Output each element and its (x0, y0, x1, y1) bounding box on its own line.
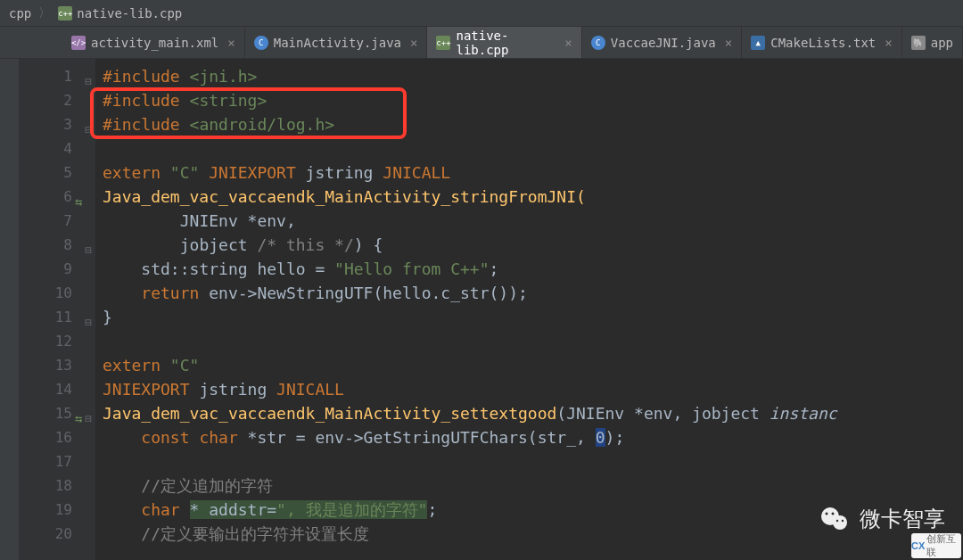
tab-app[interactable]: 🐘 app (902, 27, 963, 58)
breadcrumb-parent[interactable]: cpp (4, 6, 37, 21)
tab-activity-main[interactable]: </> activity_main.xml × (62, 27, 245, 58)
tab-cmakelists[interactable]: ▲ CMakeLists.txt × (742, 27, 901, 58)
breadcrumb-file-label: native-lib.cpp (77, 6, 182, 21)
code-line[interactable]: //定义追加的字符 (103, 474, 963, 498)
tab-label: app (931, 36, 953, 50)
line-number: 12 (20, 329, 95, 353)
line-number: 1⊟ (20, 64, 95, 88)
tab-native-lib[interactable]: c++ native-lib.cpp × (427, 27, 581, 58)
code-line[interactable]: Java_dem_vac_vaccaendk_MainActivity_stri… (103, 185, 963, 209)
line-number: 9 (20, 257, 95, 281)
line-number: 16 (20, 425, 95, 449)
code-line[interactable]: #include <string> (103, 88, 963, 112)
line-number: 14 (20, 377, 95, 401)
code-line[interactable]: const char *str = env->GetStringUTFChars… (103, 425, 963, 449)
watermark-text: 微卡智享 (860, 505, 945, 533)
tab-label: VaccaeJNI.java (611, 36, 716, 50)
breadcrumb: cpp 〉 c++ native-lib.cpp (0, 0, 963, 27)
line-number: 8⊟ (20, 233, 95, 257)
line-number: 15⇆⊟ (20, 401, 95, 425)
java-file-icon: C (254, 36, 268, 50)
line-gutter: 1⊟ 2 3⊟ 4 5 6⇆ 7 8⊟ 9 10 11⊟ 12 13 14 15… (20, 59, 95, 560)
code-line[interactable]: JNIEnv *env, (103, 209, 963, 233)
java-file-icon: C (591, 36, 605, 50)
svg-point-2 (826, 513, 828, 515)
code-line[interactable]: return env->NewStringUTF(hello.c_str()); (103, 281, 963, 305)
line-number: 5 (20, 161, 95, 185)
line-number: 19 (20, 498, 95, 522)
svg-point-4 (836, 520, 838, 522)
cpp-file-icon: c++ (436, 36, 450, 50)
close-icon[interactable]: × (885, 36, 892, 50)
code-line[interactable]: extern "C" JNIEXPORT jstring JNICALL (103, 161, 963, 185)
watermark: 微卡智享 (819, 503, 945, 535)
tab-label: CMakeLists.txt (770, 36, 876, 50)
code-line[interactable]: JNIEXPORT jstring JNICALL (103, 377, 963, 401)
tab-vaccae-jni[interactable]: C VaccaeJNI.java × (582, 27, 742, 58)
line-number: 13 (20, 353, 95, 377)
breadcrumb-file[interactable]: c++ native-lib.cpp (53, 6, 187, 21)
editor-sidebar (0, 59, 20, 560)
line-number: 20 (20, 522, 95, 546)
line-number: 4 (20, 136, 95, 161)
tab-label: MainActivity.java (274, 36, 401, 50)
code-line[interactable]: extern "C" (103, 353, 963, 377)
line-number: 18 (20, 474, 95, 498)
line-number: 2 (20, 88, 95, 112)
wechat-icon (819, 503, 851, 535)
code-line[interactable] (103, 136, 963, 161)
tab-label: native-lib.cpp (456, 29, 556, 57)
code-line[interactable]: #include <jni.h> (103, 64, 963, 88)
line-number: 10 (20, 281, 95, 305)
code-line[interactable]: } (103, 305, 963, 329)
code-area[interactable]: #include <jni.h> #include <string> #incl… (95, 59, 963, 560)
line-number: 11⊟ (20, 305, 95, 329)
line-number: 7 (20, 209, 95, 233)
editor-tabs: </> activity_main.xml × C MainActivity.j… (0, 27, 963, 59)
close-icon[interactable]: × (725, 36, 732, 50)
line-number: 17 (20, 449, 95, 474)
cmake-file-icon: ▲ (751, 36, 765, 50)
chevron-right-icon: 〉 (38, 5, 51, 21)
close-icon[interactable]: × (410, 36, 417, 50)
xml-file-icon: </> (71, 36, 86, 50)
tab-main-activity[interactable]: C MainActivity.java × (245, 27, 428, 58)
code-line[interactable] (103, 329, 963, 353)
code-editor[interactable]: 1⊟ 2 3⊟ 4 5 6⇆ 7 8⊟ 9 10 11⊟ 12 13 14 15… (0, 59, 963, 560)
app-icon: 🐘 (911, 36, 926, 50)
cpp-file-icon: c++ (58, 6, 72, 21)
svg-point-1 (833, 515, 847, 530)
code-line[interactable]: jobject /* this */) { (103, 233, 963, 257)
code-line[interactable]: std::string hello = "Hello from C++"; (103, 257, 963, 281)
code-line[interactable]: Java_dem_vac_vaccaendk_MainActivity_sett… (103, 401, 963, 425)
close-icon[interactable]: × (564, 36, 572, 50)
corner-badge: CX创新互联 (911, 533, 961, 558)
line-number: 3⊟ (20, 112, 95, 136)
close-icon[interactable]: × (227, 36, 235, 50)
code-line[interactable]: #include <android/log.h> (103, 112, 963, 136)
code-line[interactable] (103, 449, 963, 474)
line-number: 6⇆ (20, 185, 95, 209)
tab-label: activity_main.xml (91, 36, 218, 50)
svg-point-5 (842, 520, 844, 522)
svg-point-3 (832, 513, 835, 515)
